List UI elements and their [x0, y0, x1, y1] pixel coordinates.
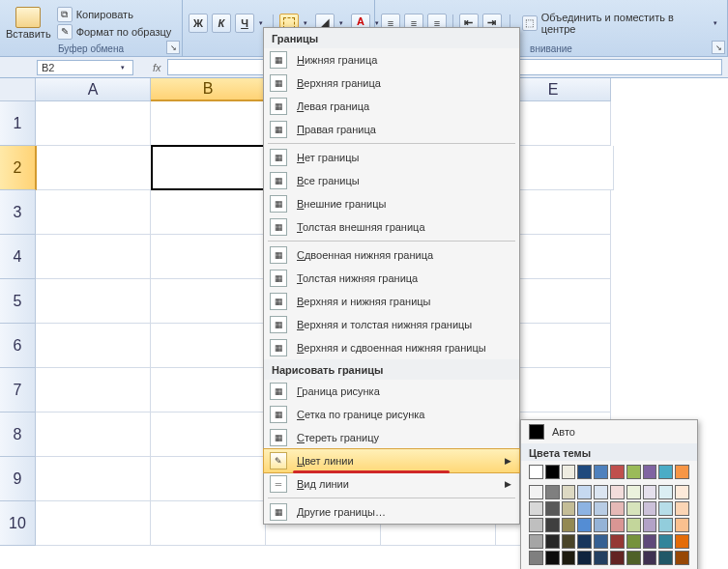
- color-swatch[interactable]: [594, 465, 608, 479]
- underline-button[interactable]: Ч: [235, 14, 254, 33]
- color-swatch[interactable]: [577, 534, 592, 549]
- color-swatch[interactable]: [626, 485, 641, 499]
- cell-A3[interactable]: [36, 190, 151, 235]
- cell-A6[interactable]: [36, 324, 151, 368]
- menu-item[interactable]: ▦Сетка по границе рисунка: [264, 403, 519, 426]
- fill-color-dropdown[interactable]: ▾: [339, 19, 347, 27]
- row-header-4[interactable]: 4: [0, 235, 36, 279]
- color-swatch[interactable]: [562, 501, 576, 516]
- menu-more-borders[interactable]: ▦ Другие границы…: [264, 500, 519, 524]
- color-swatch[interactable]: [626, 551, 641, 565]
- color-swatch[interactable]: [562, 551, 576, 565]
- color-swatch[interactable]: [577, 551, 592, 565]
- menu-item[interactable]: ▦Все границы: [264, 169, 519, 192]
- color-swatch[interactable]: [675, 501, 689, 516]
- color-swatch[interactable]: [529, 534, 543, 549]
- menu-item[interactable]: ▦Верхняя и сдвоенная нижняя границы: [264, 336, 519, 359]
- row-header-5[interactable]: 5: [0, 279, 36, 324]
- cell-B8[interactable]: [151, 413, 266, 457]
- color-swatch[interactable]: [626, 534, 641, 549]
- color-swatch[interactable]: [675, 485, 689, 499]
- row-header-3[interactable]: 3: [0, 190, 36, 235]
- color-swatch[interactable]: [643, 465, 657, 479]
- col-header-A[interactable]: A: [36, 78, 151, 101]
- color-swatch[interactable]: [562, 518, 576, 532]
- color-swatch[interactable]: [594, 551, 608, 565]
- color-swatch[interactable]: [594, 534, 608, 549]
- color-swatch[interactable]: [675, 518, 689, 532]
- color-swatch[interactable]: [594, 501, 608, 516]
- cell-B4[interactable]: [151, 235, 266, 279]
- color-swatch[interactable]: [643, 518, 657, 532]
- menu-item[interactable]: ▦Верхняя и нижняя границы: [264, 290, 519, 313]
- row-header-6[interactable]: 6: [0, 324, 36, 368]
- menu-line-style[interactable]: ═ Вид линии ▶: [264, 472, 519, 496]
- color-swatch[interactable]: [643, 501, 657, 516]
- cell-A8[interactable]: [36, 413, 151, 457]
- underline-dropdown[interactable]: ▾: [259, 19, 267, 27]
- fx-icon[interactable]: fx: [153, 62, 161, 73]
- color-auto-option[interactable]: Авто: [521, 420, 697, 443]
- menu-item[interactable]: ▦Верхняя граница: [264, 71, 519, 95]
- color-swatch[interactable]: [577, 465, 592, 479]
- row-header-9[interactable]: 9: [0, 457, 36, 501]
- color-swatch[interactable]: [610, 518, 625, 532]
- cell-A4[interactable]: [36, 235, 151, 279]
- row-header-8[interactable]: 8: [0, 413, 36, 457]
- color-swatch[interactable]: [626, 501, 641, 516]
- menu-item[interactable]: ▦Нет границы: [264, 146, 519, 169]
- menu-item[interactable]: ▦Толстая внешняя граница: [264, 215, 519, 239]
- italic-button[interactable]: К: [212, 14, 231, 33]
- color-swatch[interactable]: [610, 534, 625, 549]
- color-swatch[interactable]: [626, 465, 641, 479]
- color-swatch[interactable]: [577, 485, 592, 499]
- menu-item[interactable]: ▦Стереть границу: [264, 426, 519, 449]
- color-swatch[interactable]: [529, 551, 543, 565]
- cell-B9[interactable]: [151, 457, 266, 501]
- color-swatch[interactable]: [610, 501, 625, 516]
- color-swatch[interactable]: [658, 518, 673, 532]
- merge-center-button[interactable]: ⬚ Объединить и поместить в центре ▾: [518, 12, 721, 35]
- color-swatch[interactable]: [675, 551, 689, 565]
- select-all-corner[interactable]: [0, 78, 36, 101]
- menu-item[interactable]: ▦Внешние границы: [264, 192, 519, 215]
- menu-item[interactable]: ▦Нижняя граница: [264, 48, 519, 71]
- color-swatch[interactable]: [675, 465, 689, 479]
- color-swatch[interactable]: [529, 465, 543, 479]
- bold-button[interactable]: Ж: [189, 14, 208, 33]
- format-painter-button[interactable]: ✎ Формат по образцу: [57, 24, 172, 40]
- borders-dropdown[interactable]: ▾: [304, 19, 311, 27]
- menu-item[interactable]: ▦Сдвоенная нижняя граница: [264, 243, 519, 267]
- color-swatch[interactable]: [529, 518, 543, 532]
- cell-A5[interactable]: [36, 279, 151, 324]
- color-swatch[interactable]: [658, 465, 673, 479]
- name-box-dropdown[interactable]: ▾: [121, 64, 129, 71]
- color-swatch[interactable]: [562, 485, 576, 499]
- color-swatch[interactable]: [577, 501, 592, 516]
- color-swatch[interactable]: [545, 534, 560, 549]
- color-swatch[interactable]: [577, 518, 592, 532]
- row-header-2[interactable]: 2: [0, 146, 37, 190]
- cell-B7[interactable]: [151, 368, 266, 413]
- color-swatch[interactable]: [626, 518, 641, 532]
- cell-B10[interactable]: [151, 501, 266, 546]
- copy-button[interactable]: ⧉ Копировать: [57, 7, 172, 22]
- color-swatch[interactable]: [675, 534, 689, 549]
- col-header-B[interactable]: B: [151, 78, 266, 101]
- menu-item[interactable]: ▦Левая граница: [264, 95, 519, 118]
- name-box[interactable]: B2 ▾: [37, 60, 133, 75]
- alignment-dialog-launcher[interactable]: ↘: [712, 41, 725, 54]
- cell-B3[interactable]: [151, 190, 266, 235]
- color-swatch[interactable]: [562, 465, 576, 479]
- merge-dropdown[interactable]: ▾: [713, 19, 721, 27]
- color-swatch[interactable]: [643, 551, 657, 565]
- cell-A10[interactable]: [36, 501, 151, 546]
- cell-A1[interactable]: [36, 101, 151, 146]
- row-header-7[interactable]: 7: [0, 368, 36, 413]
- color-swatch[interactable]: [610, 485, 625, 499]
- color-swatch[interactable]: [545, 465, 560, 479]
- color-swatch[interactable]: [529, 501, 543, 516]
- cell-A2[interactable]: [37, 146, 152, 190]
- menu-item[interactable]: ▦Толстая нижняя граница: [264, 267, 519, 290]
- clipboard-dialog-launcher[interactable]: ↘: [166, 41, 180, 54]
